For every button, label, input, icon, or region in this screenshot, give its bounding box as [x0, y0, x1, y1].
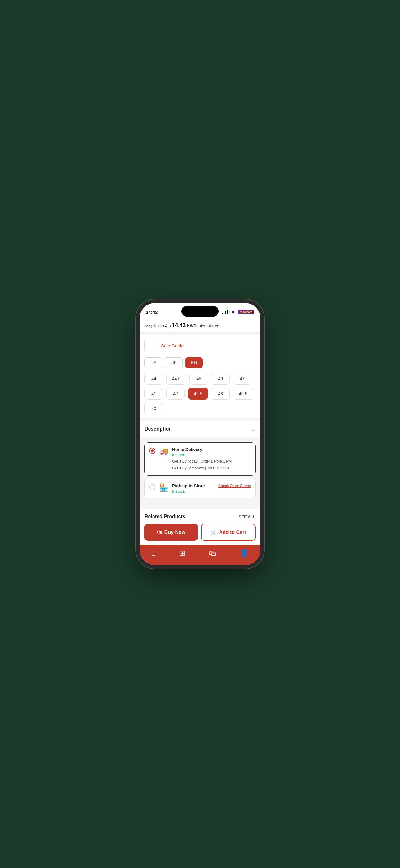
signal-bar-4 — [227, 310, 228, 314]
status-bar: 34:43 LTE 75 tamara — [139, 303, 261, 318]
tamara-banner: or split into 4 p 14.43 KWD interest-fre… — [139, 318, 261, 333]
home-delivery-detail2: Get It By Tomorrow | JAN 19, 2024 — [172, 465, 251, 471]
signal-bar-3 — [225, 311, 226, 314]
home-delivery-detail1: Get It By Today | Order Before 1 PM — [172, 459, 251, 464]
buy-now-button[interactable]: 🛍 Buy Now — [144, 524, 198, 541]
home-delivery-status: Instock — [172, 453, 251, 457]
size-chip-47[interactable]: 47 — [233, 373, 252, 385]
related-section: Related Products SEE ALL 👟 ♡ 👟 — [139, 509, 261, 520]
size-section: Size Guide US UK EU 44 44.5 45 46 47 41 … — [139, 335, 261, 418]
pickup-radio[interactable] — [149, 484, 155, 490]
store-icon: 🏪 — [159, 483, 168, 492]
pickup-delivery-option[interactable]: 🏪 Pick up In Store Check Other Stores In… — [144, 479, 256, 498]
size-chip-40-5[interactable]: 40.5 — [233, 388, 253, 400]
size-tab-eu[interactable]: EU — [185, 357, 203, 368]
user-icon: 👤 — [239, 549, 249, 558]
phone-frame: 34:43 LTE 75 tamara or split into 4 p 14… — [139, 303, 261, 565]
home-delivery-option[interactable]: 🚚 Home Delivery Instock Get It By Today … — [144, 442, 256, 475]
tamara-status-badge: 75 tamara — [237, 310, 254, 314]
nav-bag[interactable]: 🛍 — [204, 548, 221, 559]
see-all-button[interactable]: SEE ALL — [239, 515, 256, 519]
nav-home[interactable]: ⌂ — [146, 548, 161, 559]
size-tab-uk[interactable]: UK — [165, 357, 182, 368]
delivery-section: 🚚 Home Delivery Instock Get It By Today … — [139, 437, 261, 506]
add-to-cart-label: Add to Cart — [219, 530, 246, 535]
grid-icon: ⊞ — [179, 549, 186, 558]
size-chip-42-5[interactable]: 42.5 — [188, 388, 208, 400]
pickup-info: Pick up In Store Check Other Stores Inst… — [172, 483, 251, 494]
size-chip-44[interactable]: 44 — [144, 373, 163, 385]
pickup-status: Instock — [172, 489, 251, 494]
size-system-tabs: US UK EU — [144, 357, 256, 368]
tamara-price: 14.43 — [172, 322, 186, 329]
size-tab-us[interactable]: US — [144, 357, 162, 368]
size-chip-40[interactable]: 40 — [144, 403, 163, 414]
size-chip-45[interactable]: 45 — [190, 373, 208, 385]
truck-icon: 🚚 — [159, 447, 168, 456]
cart-icon: 🛒 — [210, 529, 216, 535]
chevron-down-icon: ⌄ — [251, 426, 256, 432]
size-chip-41[interactable]: 41 — [144, 388, 163, 400]
signal-bar-2 — [224, 312, 225, 314]
related-title: Related Products — [144, 514, 186, 519]
size-chip-46[interactable]: 46 — [211, 373, 230, 385]
home-delivery-title: Home Delivery — [172, 447, 251, 452]
description-title: Description — [144, 426, 172, 432]
lte-badge: LTE — [229, 310, 236, 314]
size-chip-43[interactable]: 43 — [211, 388, 230, 400]
dynamic-island — [181, 306, 219, 317]
tamara-suffix: interest-free — [198, 323, 219, 328]
related-header: Related Products SEE ALL — [144, 514, 256, 519]
bag-nav-icon: 🛍 — [209, 549, 216, 558]
description-header[interactable]: Description ⌄ — [144, 426, 256, 432]
radio-inner — [151, 449, 154, 452]
size-grid: 44 44.5 45 46 47 41 42 42.5 43 40.5 40 — [144, 373, 256, 414]
scroll-content[interactable]: or split into 4 p 14.43 KWD interest-fre… — [139, 318, 261, 520]
tamara-currency: KWD — [187, 323, 197, 328]
add-to-cart-button[interactable]: 🛒 Add to Cart — [201, 524, 256, 541]
status-time: 34:43 — [146, 310, 158, 315]
pickup-title: Pick up In Store — [172, 483, 205, 488]
size-guide-button[interactable]: Size Guide — [144, 339, 200, 352]
home-icon: ⌂ — [151, 549, 156, 558]
size-chip-44-5[interactable]: 44.5 — [166, 373, 186, 385]
bag-icon: 🛍 — [157, 530, 162, 535]
home-delivery-radio[interactable] — [149, 448, 155, 454]
size-chip-42[interactable]: 42 — [166, 388, 185, 400]
nav-profile[interactable]: 👤 — [234, 548, 254, 559]
signal-bar-1 — [222, 313, 223, 314]
signal-bars — [222, 310, 228, 314]
description-section[interactable]: Description ⌄ — [139, 421, 261, 437]
home-delivery-info: Home Delivery Instock Get It By Today | … — [172, 447, 251, 471]
nav-categories[interactable]: ⊞ — [174, 548, 190, 559]
buy-now-label: Buy Now — [164, 530, 186, 535]
check-stores-link[interactable]: Check Other Stores — [218, 484, 251, 488]
status-right: LTE 75 tamara — [222, 310, 254, 314]
bottom-nav: ⌂ ⊞ 🛍 👤 — [139, 545, 261, 565]
bottom-actions: 🛍 Buy Now 🛒 Add to Cart — [139, 520, 261, 545]
tamara-text: or split into 4 p — [144, 323, 171, 328]
